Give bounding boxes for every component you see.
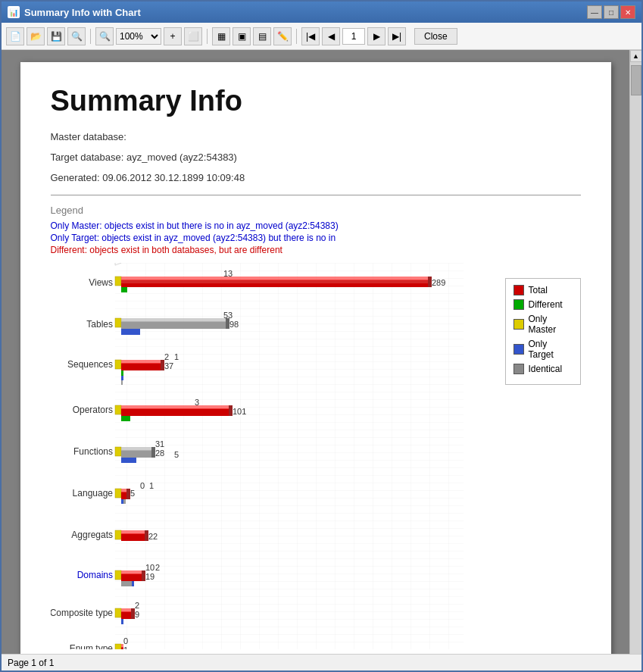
zoom-icon[interactable]: ⬜ — [184, 27, 202, 45]
svg-rect-38 — [121, 458, 136, 463]
svg-rect-27 — [115, 405, 121, 414]
legend-identical: Identical — [513, 364, 573, 374]
save-button[interactable]: 💾 — [47, 27, 65, 45]
legend-item-target: Only Target: objects exist in ayz_moved … — [51, 233, 581, 243]
svg-text:Functions: Functions — [73, 446, 112, 457]
chart-legend: Total Different Only Master — [505, 278, 581, 649]
page-title: Summary Info — [51, 85, 581, 117]
svg-text:5: 5 — [130, 489, 135, 498]
svg-text:Domains: Domains — [76, 570, 112, 580]
separator-1 — [90, 29, 91, 44]
layout-btn-1[interactable]: ▦ — [212, 27, 230, 45]
svg-rect-14 — [121, 329, 140, 335]
new-button[interactable]: 📄 — [6, 27, 24, 45]
svg-rect-19 — [121, 360, 161, 364]
scrollbar: ▲ — [629, 50, 641, 654]
svg-text:2: 2 — [155, 563, 160, 572]
legend-different-label: Different — [529, 299, 563, 310]
legend-total-color — [513, 285, 524, 295]
legend-identical-color — [513, 364, 524, 374]
svg-text:Sequences: Sequences — [67, 359, 112, 370]
legend-total: Total — [513, 285, 573, 295]
separator-2 — [207, 29, 208, 44]
minimize-button[interactable]: — — [587, 5, 602, 19]
svg-text:0: 0 — [140, 481, 145, 490]
close-window-button[interactable]: ✕ — [620, 5, 635, 19]
svg-text:2: 2 — [135, 601, 139, 610]
svg-text:98: 98 — [229, 320, 239, 329]
edit-button[interactable]: ✏️ — [273, 27, 292, 45]
svg-text:Operators: Operators — [72, 405, 112, 415]
main-content: Summary Info Master database: Target dat… — [2, 50, 641, 654]
svg-text:Language: Language — [72, 488, 113, 499]
svg-text:28: 28 — [155, 449, 164, 458]
svg-rect-61 — [132, 581, 134, 586]
svg-rect-58 — [121, 570, 142, 574]
prev-page-button[interactable]: ◀ — [322, 27, 340, 45]
svg-rect-10 — [115, 318, 121, 327]
master-db-label: Master database: — [51, 130, 581, 145]
zoom-in-button[interactable]: + — [164, 27, 182, 45]
svg-text:Enum type: Enum type — [69, 643, 113, 649]
svg-rect-72 — [115, 644, 121, 649]
page-input[interactable] — [342, 28, 365, 45]
window-title: Summary Info with Chart — [24, 7, 141, 18]
svg-rect-35 — [121, 450, 151, 458]
close-button[interactable]: Close — [414, 28, 457, 45]
zoom-select[interactable]: 100% — [116, 28, 161, 45]
last-page-button[interactable]: ▶| — [388, 27, 406, 45]
svg-rect-34 — [115, 447, 121, 456]
svg-rect-51 — [115, 530, 121, 539]
svg-rect-53 — [121, 530, 145, 534]
svg-text:31: 31 — [155, 439, 164, 449]
layout-btn-2[interactable]: ▣ — [233, 27, 251, 45]
chart-container: 289 13 98 53 — [51, 263, 581, 649]
status-bar: Page 1 of 1 — [2, 654, 641, 670]
app-icon: 📊 — [8, 6, 20, 18]
svg-rect-5 — [121, 277, 428, 280]
title-bar: 📊 Summary Info with Chart — □ ✕ — [2, 2, 641, 23]
first-page-button[interactable]: |◀ — [301, 27, 320, 45]
legend-only-target-label: Only Target — [529, 339, 573, 360]
layout-btn-3[interactable]: ▤ — [253, 27, 271, 45]
maximize-button[interactable]: □ — [604, 5, 619, 19]
open-button[interactable]: 📂 — [27, 27, 45, 45]
svg-text:22: 22 — [148, 532, 158, 541]
svg-text:10: 10 — [145, 563, 155, 572]
svg-rect-69 — [121, 619, 123, 624]
svg-text:Aggregats: Aggregats — [71, 530, 113, 540]
svg-rect-47 — [123, 499, 126, 504]
separator-3 — [296, 29, 297, 44]
generated-label: Generated: 09.06.2012 30.12.1899 10:09:4… — [51, 170, 581, 186]
svg-text:1: 1 — [123, 645, 128, 649]
svg-rect-23 — [121, 380, 123, 385]
svg-text:289: 289 — [432, 278, 445, 287]
svg-text:0: 0 — [123, 636, 128, 645]
scroll-up-button[interactable]: ▲ — [630, 50, 642, 62]
svg-text:Views: Views — [89, 277, 113, 288]
svg-rect-60 — [121, 581, 132, 586]
svg-rect-44 — [121, 489, 126, 492]
zoom-out-icon[interactable]: 🔍 — [95, 27, 114, 45]
svg-rect-56 — [115, 570, 121, 580]
next-page-button[interactable]: ▶ — [367, 27, 385, 45]
legend-only-master-color — [513, 319, 524, 330]
legend-only-master: Only Master — [513, 314, 573, 335]
svg-text:2: 2 — [164, 352, 169, 361]
svg-rect-1 — [115, 277, 121, 286]
page: Summary Info Master database: Target dat… — [20, 62, 611, 654]
scroll-thumb[interactable] — [631, 65, 641, 95]
svg-rect-43 — [121, 492, 126, 499]
svg-text:3: 3 — [195, 398, 199, 407]
page-area[interactable]: Summary Info Master database: Target dat… — [2, 50, 629, 654]
svg-rect-42 — [115, 489, 121, 498]
svg-rect-18 — [121, 363, 161, 370]
legend-title: Legend — [51, 205, 581, 216]
legend-item-master: Only Master: objects exist in but there … — [51, 220, 581, 231]
search-button[interactable]: 🔍 — [67, 27, 86, 45]
svg-rect-29 — [121, 405, 229, 409]
svg-rect-57 — [121, 574, 142, 581]
svg-rect-52 — [121, 533, 145, 541]
legend-item-different: Different: objects exist in both databas… — [51, 245, 581, 255]
main-window: 📊 Summary Info with Chart — □ ✕ 📄 📂 💾 🔍 … — [0, 0, 643, 672]
